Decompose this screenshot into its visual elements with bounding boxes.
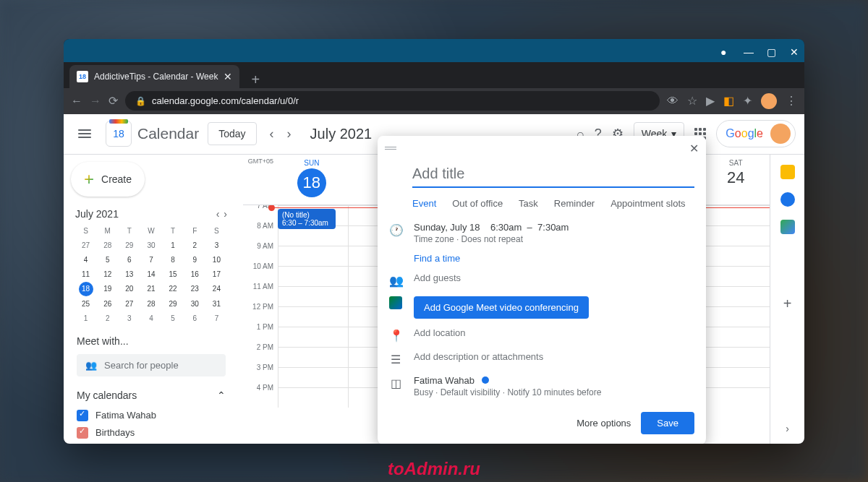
mini-day[interactable]: 23 <box>184 282 205 296</box>
organizer-name[interactable]: Fatima Wahab <box>414 375 475 386</box>
mini-day[interactable]: 12 <box>97 267 118 281</box>
event-type-tab[interactable]: Reminder <box>554 198 595 209</box>
time-cell[interactable] <box>278 327 348 347</box>
calendar-checkbox[interactable] <box>77 427 88 439</box>
time-cell[interactable] <box>699 307 770 327</box>
mini-day[interactable]: 7 <box>140 253 161 267</box>
my-calendars-toggle[interactable]: My calendars ⌃ <box>77 390 226 401</box>
mini-day[interactable]: 26 <box>97 297 118 311</box>
calendar-item[interactable]: Handle Due Dates <box>77 442 226 444</box>
mini-day[interactable]: 6 <box>119 253 140 267</box>
visibility-label[interactable]: Busy · Default visibility · Notify 10 mi… <box>414 387 694 397</box>
star-icon[interactable]: ☆ <box>687 94 697 108</box>
menu-dots-icon[interactable]: ⋮ <box>786 94 797 108</box>
browser-tab[interactable]: 18 AddictiveTips - Calendar - Week ✕ <box>69 65 239 88</box>
mini-day[interactable]: 14 <box>140 267 161 281</box>
time-cell[interactable] <box>699 368 770 387</box>
address-bar[interactable]: 🔒 calendar.google.com/calendar/u/0/r <box>125 91 660 111</box>
calendar-item[interactable]: Birthdays <box>77 424 226 442</box>
add-location-input[interactable]: Add location <box>414 327 694 338</box>
extension-icon[interactable]: ▶ <box>706 94 715 108</box>
close-modal-button[interactable]: ✕ <box>689 142 699 155</box>
mini-day[interactable]: 25 <box>75 297 96 311</box>
mini-day[interactable]: 30 <box>184 297 205 311</box>
calendar-checkbox[interactable] <box>77 410 88 421</box>
event-type-tab[interactable]: Task <box>519 198 538 209</box>
extension-icon[interactable]: ◧ <box>723 94 734 108</box>
back-button[interactable]: ← <box>71 95 82 108</box>
mini-day[interactable]: 29 <box>119 238 140 252</box>
mini-day[interactable]: 15 <box>163 267 184 281</box>
prev-week-button[interactable]: ‹ <box>265 122 278 146</box>
event-type-tab[interactable]: Appointment slots <box>610 198 685 209</box>
mini-day[interactable]: 4 <box>140 311 161 325</box>
google-account[interactable]: Google <box>716 120 796 147</box>
day-header-sun[interactable]: SUN 18 <box>278 155 346 205</box>
mini-day[interactable]: 28 <box>97 238 118 252</box>
mini-day[interactable]: 18 <box>79 282 93 296</box>
mini-day[interactable]: 3 <box>119 311 140 325</box>
time-cell[interactable] <box>278 287 348 306</box>
mini-day[interactable]: 6 <box>184 311 205 325</box>
find-time-link[interactable]: Find a time <box>414 253 694 264</box>
time-cell[interactable] <box>278 388 348 408</box>
event-start-time[interactable]: 6:30am <box>490 222 522 233</box>
add-meet-button[interactable]: Add Google Meet video conferencing <box>414 296 589 319</box>
mini-day[interactable]: 5 <box>97 253 118 267</box>
event-type-tab[interactable]: Event <box>412 198 436 209</box>
mini-day[interactable]: 1 <box>163 238 184 252</box>
time-cell[interactable] <box>278 368 348 387</box>
search-people-input[interactable]: 👥 Search for people <box>77 354 226 376</box>
time-cell[interactable] <box>699 226 770 246</box>
add-panel-icon[interactable]: + <box>783 296 792 312</box>
today-button[interactable]: Today <box>208 122 256 145</box>
time-cell[interactable] <box>699 267 770 286</box>
mini-day[interactable]: 8 <box>163 253 184 267</box>
mini-day[interactable]: 7 <box>206 311 227 325</box>
time-cell[interactable] <box>699 388 770 408</box>
mini-prev-month[interactable]: ‹ <box>216 208 220 220</box>
mini-day[interactable]: 19 <box>97 282 118 296</box>
time-cell[interactable] <box>278 267 348 286</box>
eye-icon[interactable]: 👁 <box>667 95 678 108</box>
extensions-puzzle-icon[interactable]: ✦ <box>743 94 752 108</box>
calendar-logo[interactable]: 18 Calendar <box>106 121 199 147</box>
minimize-icon[interactable]: — <box>744 46 752 55</box>
calendar-event[interactable]: (No title) 6:30 – 7:30am <box>278 209 336 229</box>
mini-day[interactable]: 13 <box>119 267 140 281</box>
timezone-repeat[interactable]: Time zone · Does not repeat <box>414 234 694 244</box>
mini-day[interactable]: 5 <box>163 311 184 325</box>
event-title-input[interactable] <box>412 161 694 188</box>
add-description-input[interactable]: Add description or attachments <box>414 351 694 362</box>
mini-day[interactable]: 10 <box>206 253 227 267</box>
mini-day[interactable]: 27 <box>119 297 140 311</box>
reload-button[interactable]: ⟳ <box>109 94 118 108</box>
tab-close-icon[interactable]: ✕ <box>224 71 232 82</box>
create-button[interactable]: + Create <box>71 162 145 197</box>
event-end-time[interactable]: 7:30am <box>537 222 569 233</box>
mini-day[interactable]: 11 <box>75 267 96 281</box>
mini-day[interactable]: 1 <box>75 311 96 325</box>
mini-day[interactable]: 31 <box>206 297 227 311</box>
mini-next-month[interactable]: › <box>224 208 227 220</box>
time-cell[interactable] <box>699 287 770 306</box>
mini-day[interactable]: 2 <box>97 311 118 325</box>
mini-day[interactable]: 2 <box>184 238 205 252</box>
mini-day[interactable]: 28 <box>140 297 161 311</box>
maps-icon[interactable] <box>780 220 795 234</box>
day-header-sat[interactable]: SAT 24 <box>702 155 770 205</box>
mini-day[interactable]: 22 <box>163 282 184 296</box>
hamburger-menu[interactable] <box>72 124 97 144</box>
time-cell[interactable] <box>699 348 770 367</box>
time-cell[interactable] <box>699 246 770 266</box>
mini-day[interactable]: 4 <box>75 253 96 267</box>
time-cell[interactable] <box>278 307 348 327</box>
collapse-panel-icon[interactable]: › <box>786 423 789 443</box>
mini-day[interactable]: 20 <box>119 282 140 296</box>
keep-icon[interactable] <box>780 165 795 179</box>
calendar-item[interactable]: Fatima Wahab <box>77 407 226 424</box>
mini-day[interactable]: 3 <box>206 238 227 252</box>
forward-button[interactable]: → <box>90 95 101 108</box>
mini-day[interactable]: 29 <box>163 297 184 311</box>
save-button[interactable]: Save <box>641 412 694 434</box>
